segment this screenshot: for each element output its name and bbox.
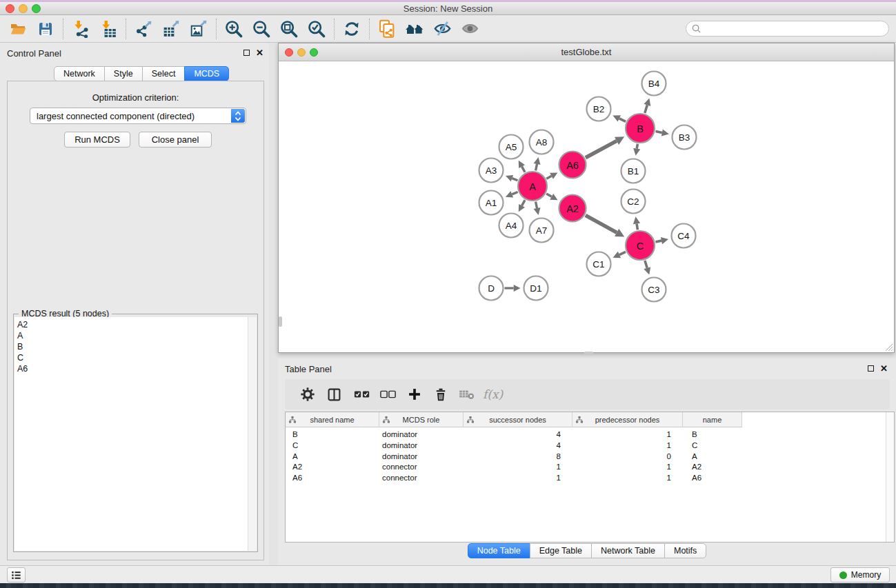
table-row[interactable]: Adominator80A [286,451,742,462]
cell-mcds-role[interactable]: dominator [379,451,464,462]
mcds-result-item[interactable]: C [14,352,257,363]
open-session-button[interactable] [4,17,32,41]
cell-shared-name[interactable]: C [286,440,379,451]
cell-successor-nodes[interactable]: 1 [464,472,573,483]
node-table[interactable]: shared nameMCDS rolesuccessor nodesprede… [285,412,895,543]
float-panel-icon[interactable] [243,50,250,56]
column-header-name[interactable]: name [683,412,742,427]
table-row[interactable]: Bdominator41B [286,429,742,440]
memory-button[interactable]: Memory [830,567,890,582]
cell-predecessor-nodes[interactable]: 1 [573,429,683,440]
edge-A-A3[interactable] [512,179,517,181]
network-horizontal-scroll-nub[interactable] [584,352,593,355]
edge-A-A7[interactable] [536,202,537,209]
column-header-successor-nodes[interactable]: successor nodes [464,412,573,427]
edge-A-A8[interactable] [536,164,537,171]
criterion-dropdown[interactable]: largest connected component (directed) [30,108,246,124]
add-column-button[interactable] [401,382,428,407]
cell-successor-nodes[interactable]: 4 [464,440,573,451]
table-row[interactable]: Cdominator41C [286,440,742,451]
tab-mcds[interactable]: MCDS [184,66,229,81]
cell-mcds-role[interactable]: dominator [379,440,464,451]
window-resize-grip[interactable] [884,343,893,352]
cell-predecessor-nodes[interactable]: 1 [573,461,683,472]
tab-network[interactable]: Network [54,66,105,81]
edge-A6-B[interactable] [586,141,617,157]
edge-A-A6[interactable] [546,176,551,179]
edge-B-B2[interactable] [619,119,626,121]
table-tab-network-table[interactable]: Network Table [591,543,665,558]
table-tab-motifs[interactable]: Motifs [664,543,706,558]
edge-C-C1[interactable] [619,252,626,254]
close-panel-button[interactable]: Close panel [139,132,212,148]
cell-mcds-role[interactable]: connector [379,461,464,472]
edge-A-A1[interactable] [512,192,517,194]
delete-columns-button[interactable] [428,382,454,407]
table-row[interactable]: A2connector11A2 [286,461,742,472]
table-scrollbar[interactable] [886,412,894,542]
close-window-button[interactable] [6,4,14,13]
edge-A-A5[interactable] [522,167,525,172]
cell-successor-nodes[interactable]: 4 [464,429,573,440]
mcds-list-scrollbar[interactable] [248,317,257,551]
cell-shared-name[interactable]: A6 [286,472,379,483]
minimize-window-button[interactable] [19,4,28,13]
mcds-result-item[interactable]: A [14,330,257,341]
tab-select[interactable]: Select [142,66,186,81]
zoom-in-button[interactable] [220,17,248,41]
network-graph[interactable]: B4B2BB3A5A8A6A3AB1A1C2A4A7A2C4CC1DD1C3 [279,61,894,352]
mcds-result-item[interactable]: A6 [14,363,257,374]
cell-name[interactable]: C [683,440,742,451]
clone-network-button[interactable] [373,17,401,41]
cell-successor-nodes[interactable]: 8 [464,451,573,462]
edge-C-C4[interactable] [655,241,661,242]
save-session-button[interactable] [32,17,59,41]
import-table-button[interactable] [94,17,122,41]
run-mcds-button[interactable]: Run MCDS [64,132,130,148]
table-tab-edge-table[interactable]: Edge Table [530,543,592,558]
cell-name[interactable]: A2 [683,461,742,472]
column-header-predecessor-nodes[interactable]: predecessor nodes [573,412,683,427]
cell-name[interactable]: A6 [683,472,742,483]
column-header-shared-name[interactable]: shared name [286,412,379,427]
mcds-result-item[interactable]: A2 [14,319,257,330]
mcds-result-list[interactable]: A2ABCA6 [14,317,257,551]
cell-name[interactable]: A [683,451,742,462]
export-table-button[interactable] [157,17,185,41]
edge-B-B3[interactable] [656,132,662,133]
table-settings-button[interactable] [295,382,321,407]
home-button[interactable] [401,17,428,41]
export-network-button[interactable] [130,17,157,41]
cell-shared-name[interactable]: B [286,429,379,440]
cell-mcds-role[interactable]: dominator [379,429,464,440]
show-columns-button[interactable] [321,382,347,407]
refresh-view-button[interactable] [338,17,366,41]
zoom-selected-button[interactable] [303,17,330,41]
tab-style[interactable]: Style [104,66,143,81]
show-graphics-details-button[interactable] [456,17,484,41]
search-input[interactable] [701,23,888,35]
close-panel-icon[interactable]: ✕ [256,49,263,57]
cell-name[interactable]: B [683,429,742,440]
cell-mcds-role[interactable]: connector [379,472,464,483]
cell-shared-name[interactable]: A2 [286,461,379,472]
edge-A2-C[interactable] [586,215,617,232]
search-field[interactable] [686,21,889,37]
hide-graphics-details-button[interactable] [428,17,456,41]
mcds-result-item[interactable]: B [14,341,257,352]
cell-successor-nodes[interactable]: 1 [464,461,573,472]
network-window-titlebar[interactable]: testGlobe.txt [279,43,894,61]
edge-A-A2[interactable] [546,194,552,196]
export-image-button[interactable] [185,17,212,41]
zoom-out-button[interactable] [248,17,275,41]
edge-C-C3[interactable] [645,261,647,268]
table-tab-node-table[interactable]: Node Table [468,543,530,558]
edge-A-A4[interactable] [522,200,525,205]
minimize-network-window-button[interactable] [297,48,306,57]
close-table-panel-icon[interactable]: ✕ [880,365,888,372]
close-network-window-button[interactable] [285,48,293,57]
network-canvas[interactable]: B4B2BB3A5A8A6A3AB1A1C2A4A7A2C4CC1DD1C3 [279,61,894,352]
table-row[interactable]: A6connector11A6 [286,472,742,483]
cell-predecessor-nodes[interactable]: 1 [573,440,683,451]
select-all-button[interactable] [349,382,375,407]
